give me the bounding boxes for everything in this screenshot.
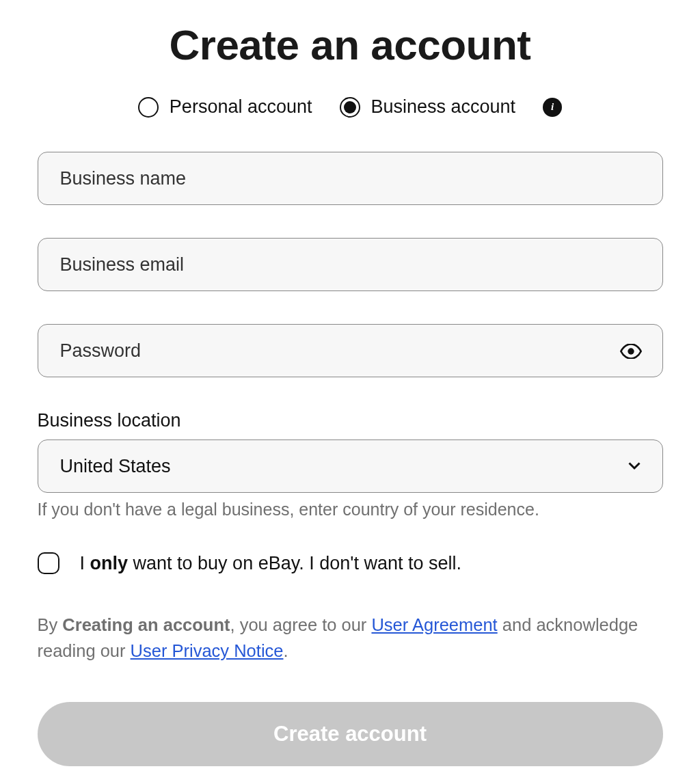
business-name-field[interactable] [38, 152, 663, 205]
business-email-input[interactable] [60, 254, 641, 275]
user-privacy-notice-link[interactable]: User Privacy Notice [131, 641, 284, 660]
radio-icon [340, 97, 360, 118]
business-location-select[interactable]: United States [38, 439, 663, 493]
legal-text: By Creating an account, you agree to our… [38, 612, 663, 664]
location-helper-text: If you don't have a legal business, ente… [38, 500, 663, 519]
radio-label: Business account [371, 96, 516, 118]
business-name-input[interactable] [60, 168, 641, 189]
business-location-label: Business location [38, 410, 663, 431]
text: want to buy on eBay. I don't want to sel… [128, 553, 461, 573]
svg-point-0 [628, 348, 634, 354]
buy-only-checkbox[interactable] [38, 552, 59, 574]
signup-form: Create an account Personal account Busin… [38, 0, 663, 766]
create-account-button[interactable]: Create account [38, 702, 663, 766]
buy-only-row: I only want to buy on eBay. I don't want… [38, 552, 663, 574]
account-type-group: Personal account Business account i [38, 96, 663, 118]
user-agreement-link[interactable]: User Agreement [371, 615, 497, 634]
text: By [38, 615, 63, 634]
page-title: Create an account [38, 21, 663, 69]
buy-only-label: I only want to buy on eBay. I don't want… [80, 553, 461, 574]
show-password-icon[interactable] [620, 342, 642, 359]
text: , you agree to our [230, 615, 371, 634]
radio-label: Personal account [170, 96, 312, 118]
chevron-down-icon [628, 456, 641, 477]
password-input[interactable] [60, 340, 641, 362]
password-field[interactable] [38, 324, 663, 377]
radio-business-account[interactable]: Business account [340, 96, 516, 118]
text-bold: only [90, 553, 129, 573]
radio-personal-account[interactable]: Personal account [138, 96, 312, 118]
info-icon[interactable]: i [543, 98, 562, 117]
text: . [283, 641, 288, 660]
text: I [80, 553, 90, 573]
business-email-field[interactable] [38, 238, 663, 291]
radio-icon [138, 97, 159, 118]
select-value: United States [60, 456, 171, 477]
text-bold: Creating an account [62, 615, 230, 634]
